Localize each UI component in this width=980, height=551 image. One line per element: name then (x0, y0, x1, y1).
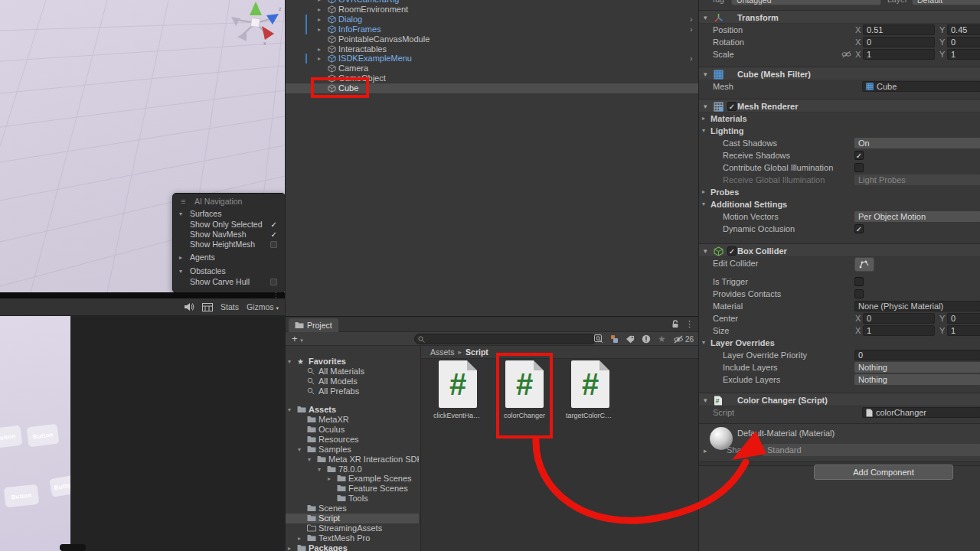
enum-dropdown[interactable]: Per Object Motion (854, 211, 980, 222)
label-filter-icon[interactable] (626, 335, 635, 344)
x-field[interactable]: 0.51 (863, 24, 935, 35)
x-field[interactable]: 0 (863, 313, 935, 324)
file-colorchanger[interactable]: #colorChanger (500, 360, 549, 419)
component-header-transform[interactable]: ▾Transform (699, 10, 980, 24)
foldout-icon[interactable]: ▸ (298, 533, 301, 543)
file-targetcolorchan[interactable]: #targetColorChan... (566, 360, 615, 419)
stats-button[interactable]: Stats (220, 302, 239, 311)
checkbox-empty[interactable] (270, 241, 277, 248)
audio-mute-icon[interactable] (185, 302, 194, 311)
y-field[interactable]: 1 (947, 325, 980, 336)
foldout-icon[interactable]: ▸ (318, 15, 321, 24)
layer-dropdown[interactable]: Default (912, 0, 980, 5)
component-header-box-collider[interactable]: ▾✓Box Collider (699, 243, 980, 257)
scene-orientation-gizmo[interactable]: x z (227, 0, 285, 47)
foldout-icon[interactable]: ▾ (298, 445, 301, 455)
alert-circle-icon[interactable] (642, 334, 651, 344)
overlay-section-obstacles[interactable]: ▾Obstacles (173, 266, 285, 276)
kebab-menu-icon[interactable]: ⋮ (273, 292, 279, 298)
tree-item-resources[interactable]: Resources (286, 435, 419, 445)
breadcrumb-assets[interactable]: Assets (430, 347, 455, 357)
x-field[interactable]: 1 (863, 325, 935, 336)
foldout-icon[interactable]: ▸ (702, 112, 705, 125)
overlay-toggle-show-heightmesh[interactable]: Show HeightMesh (173, 240, 285, 249)
enum-dropdown[interactable]: Nothing (854, 362, 980, 373)
enabled-checkbox[interactable]: ✓ (727, 246, 737, 256)
checkbox[interactable]: ✓ (854, 224, 864, 233)
foldout-icon[interactable]: ▸ (318, 24, 321, 34)
checkbox-empty[interactable] (270, 279, 277, 285)
hidden-count[interactable]: 26 (673, 335, 694, 344)
number-field[interactable]: 0 (854, 350, 980, 360)
checkbox[interactable]: ✓ (854, 151, 864, 160)
foldout-icon[interactable]: ▸ (318, 54, 321, 64)
shader-dropdown[interactable]: Standard (763, 444, 980, 456)
foldout-icon[interactable]: ▾ (288, 405, 291, 415)
kebab-menu-icon[interactable]: ⋮ (685, 319, 694, 329)
foldout-icon[interactable]: ▾ (179, 209, 182, 219)
tree-item-favorites[interactable]: ▾★Favorites (286, 357, 419, 367)
hierarchy-item-interactables[interactable]: ▸Interactables (286, 44, 698, 54)
search-input[interactable] (414, 334, 596, 344)
add-component-button[interactable]: Add Component (814, 465, 953, 480)
save-search-star-icon[interactable]: ★ (658, 334, 666, 344)
overlay-toggle-show-only-selected[interactable]: Show Only Selected✓ (173, 220, 285, 230)
y-field[interactable]: 0 (947, 37, 980, 47)
foldout-icon[interactable]: ▾ (704, 99, 707, 113)
foldout-icon[interactable]: ▸ (288, 543, 291, 551)
tree-item-textmesh-pro[interactable]: ▸TextMesh Pro (286, 533, 419, 543)
tree-item-scenes[interactable]: Scenes (286, 504, 419, 514)
hierarchy-item-cube[interactable]: Cube (286, 83, 698, 93)
enabled-checkbox[interactable]: ✓ (727, 102, 737, 111)
foldout-icon[interactable]: ▾ (704, 67, 707, 81)
foldout-icon[interactable]: ▾ (704, 11, 707, 24)
foldout-icon[interactable]: ▸ (318, 5, 321, 15)
chevron-right-icon[interactable]: › (690, 54, 693, 64)
x-field[interactable]: 0 (863, 37, 935, 47)
foldout-icon[interactable]: ▾ (702, 198, 705, 210)
overlay-toggle-show-navmesh[interactable]: Show NavMesh✓ (173, 230, 285, 240)
object-field[interactable]: None (Physic Material) (854, 301, 980, 311)
hierarchy-item-roomenvironment[interactable]: ▸RoomEnvironment (286, 5, 698, 15)
horizontal-scrollbar[interactable] (60, 544, 86, 551)
mesh-object-field[interactable]: Cube (862, 81, 980, 92)
gizmo-x-cone[interactable] (262, 26, 274, 40)
create-asset-button[interactable]: + ▾ (292, 333, 303, 344)
tree-item-samples[interactable]: ▾Samples (286, 445, 419, 455)
checkbox[interactable] (854, 289, 864, 298)
tree-item-feature-scenes[interactable]: Feature Scenes (286, 484, 419, 494)
tree-item-tools[interactable]: Tools (286, 494, 419, 504)
component-header-color-changer[interactable]: ▾#Color Changer (Script) (699, 393, 980, 406)
breadcrumb-script[interactable]: Script (466, 347, 488, 357)
tree-item-packages[interactable]: ▸Packages (286, 543, 419, 551)
tree-item-streamingassets[interactable]: StreamingAssets (286, 523, 419, 533)
overlay-section-agents[interactable]: ▸Agents (173, 253, 285, 262)
tree-item-example-scenes[interactable]: ▸Example Scenes (286, 474, 419, 484)
gizmo-y-cone[interactable] (250, 2, 262, 15)
foldout-icon[interactable]: ▸ (328, 474, 331, 484)
foldout-icon[interactable]: ▾ (702, 337, 705, 349)
game-view[interactable]: Button Button Button Button (0, 316, 285, 551)
foldout-icon[interactable]: ▾ (179, 266, 182, 276)
overlay-section-surfaces[interactable]: ▾Surfaces (173, 209, 285, 219)
script-object-field[interactable]: colorChanger (862, 407, 980, 418)
y-field[interactable]: 1 (947, 49, 980, 60)
gizmos-dropdown[interactable]: Gizmos ▾ (247, 302, 279, 311)
enum-dropdown[interactable]: Nothing (854, 374, 980, 385)
edit-collider-button[interactable] (854, 257, 874, 272)
foldout-icon[interactable]: ▾ (704, 393, 707, 407)
tree-item-all-materials[interactable]: All Materials (286, 367, 419, 377)
tree-item-78-0-0[interactable]: ▾78.0.0 (286, 465, 419, 474)
x-field[interactable]: 1 (863, 49, 935, 60)
enum-dropdown[interactable]: On (854, 138, 980, 148)
tab-project[interactable]: Project (289, 318, 338, 332)
tree-item-all-models[interactable]: All Models (286, 377, 419, 386)
hierarchy-item-gameobject[interactable]: GameObject (286, 73, 698, 83)
overlay-toggle-show-carve-hull[interactable]: Show Carve Hull (173, 277, 285, 287)
search-by-type-icon[interactable] (594, 334, 603, 344)
foldout-icon[interactable]: ▾ (704, 244, 707, 258)
chevron-right-icon[interactable]: › (690, 24, 693, 34)
tree-item-all-prefabs[interactable]: All Prefabs (286, 386, 419, 396)
tree-item-meta-xr-interaction-sdk[interactable]: ▾Meta XR Interaction SDK (286, 455, 419, 465)
material-preview-section[interactable]: Default-Material (Material)▸ShaderStanda… (699, 423, 980, 461)
